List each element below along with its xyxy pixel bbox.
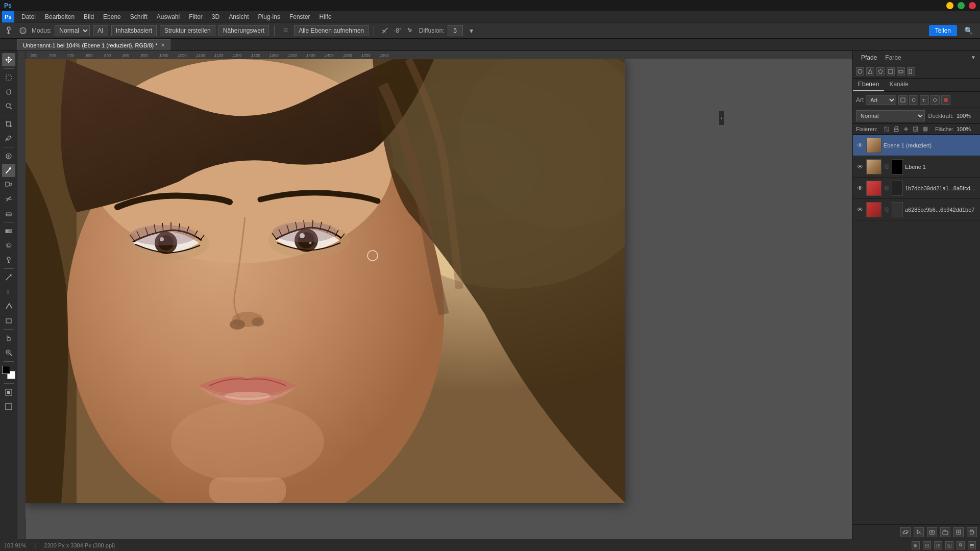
statusbar-icon-6[interactable]: ⬒ — [968, 541, 976, 549]
eraser-tool[interactable] — [2, 207, 15, 220]
document-tab[interactable]: Unbenannt-1 bei 104% (Ebene 1 (reduziert… — [17, 39, 170, 51]
layer-link-btn[interactable] — [900, 527, 911, 537]
shape-icon-2[interactable] — [866, 67, 874, 76]
text-tool[interactable]: T — [2, 285, 15, 298]
statusbar-icon-5[interactable]: ⧉ — [957, 541, 965, 549]
history-brush-tool[interactable] — [2, 192, 15, 206]
new-group-btn[interactable] — [940, 527, 950, 537]
layer-fx-btn[interactable]: fx — [914, 527, 924, 537]
layer-item[interactable]: 👁 Ebene 1 (reduziert) — [853, 135, 980, 156]
share-button[interactable]: Teilen — [929, 25, 957, 36]
screen-mode-btn[interactable] — [2, 400, 15, 413]
menu-3d[interactable]: 3D — [208, 12, 224, 21]
shape-icon-5[interactable] — [897, 67, 905, 76]
filter-text-btn[interactable]: T — [920, 95, 929, 105]
canvas-content[interactable]: ‹ — [17, 59, 852, 539]
gradient-tool[interactable] — [2, 224, 15, 238]
menu-schrift[interactable]: Schrift — [126, 12, 152, 21]
channels-tab[interactable]: Kanäle — [884, 79, 913, 91]
menu-filter[interactable]: Filter — [185, 12, 207, 21]
shape-tool[interactable] — [2, 314, 15, 327]
shape-icon-4[interactable] — [887, 67, 895, 76]
maximize-button[interactable] — [958, 2, 965, 9]
menu-hilfe[interactable]: Hilfe — [315, 12, 336, 21]
foreground-color-swatch[interactable] — [2, 366, 10, 374]
lock-all-btn[interactable] — [921, 125, 929, 133]
add-mask-btn[interactable] — [927, 527, 937, 537]
mask-mode-btn[interactable] — [2, 386, 15, 399]
menu-bearbeiten[interactable]: Bearbeiten — [41, 12, 79, 21]
menu-ebene[interactable]: Ebene — [99, 12, 125, 21]
panel-collapse-icon[interactable]: ▼ — [971, 55, 976, 60]
layer-item[interactable]: 👁 ⛓ 1b7dbb39dd21a1...8a5fcda93d5e72 — [853, 178, 980, 199]
eyedropper-tool[interactable] — [2, 132, 15, 145]
new-layer-btn[interactable] — [953, 527, 964, 537]
menu-bild[interactable]: Bild — [80, 12, 98, 21]
menu-ansicht[interactable]: Ansicht — [225, 12, 253, 21]
crop-tool[interactable] — [2, 117, 15, 131]
clone-tool[interactable] — [2, 178, 15, 191]
brush-size-icon[interactable] — [17, 25, 29, 36]
alle-ebenen-button[interactable]: Alle Ebenen aufnehmen — [294, 25, 369, 36]
diffusion-input[interactable] — [448, 25, 463, 36]
shape-icon-6[interactable] — [907, 67, 915, 76]
statusbar-icon-4[interactable]: ◱ — [945, 541, 953, 549]
inhaltsbasiert-button[interactable]: Inhaltsbasiert — [111, 25, 157, 36]
shape-icon-3[interactable] — [876, 67, 885, 76]
diffusion-dropdown-icon[interactable]: ▾ — [466, 25, 477, 36]
move-tool[interactable] — [2, 53, 15, 66]
brush-tool[interactable] — [2, 164, 15, 177]
filter-adj-btn[interactable] — [909, 95, 918, 105]
struktur-button[interactable]: Struktur erstellen — [160, 25, 215, 36]
delete-layer-btn[interactable] — [967, 527, 977, 537]
healing-tool[interactable] — [2, 149, 15, 163]
tab-close-icon[interactable]: ✕ — [161, 42, 165, 48]
menu-fenster[interactable]: Fenster — [285, 12, 314, 21]
paths-tab[interactable]: Pfade — [857, 52, 881, 63]
minimize-button[interactable] — [946, 2, 953, 9]
foreground-background-colors[interactable] — [2, 366, 15, 379]
blur-tool[interactable] — [2, 239, 15, 252]
path-select-tool[interactable] — [2, 299, 15, 313]
close-button[interactable] — [969, 2, 976, 9]
lock-transparent-btn[interactable] — [883, 125, 891, 133]
layer-visibility-toggle[interactable]: 👁 — [856, 184, 864, 192]
search-icon[interactable]: 🔍 — [964, 27, 973, 35]
color-tab[interactable]: Farbe — [881, 52, 905, 63]
quick-select-tool[interactable] — [2, 99, 15, 113]
layer-visibility-toggle[interactable]: 👁 — [856, 206, 864, 214]
mode-select[interactable]: Normal — [55, 25, 90, 36]
menu-auswahl[interactable]: Auswahl — [153, 12, 184, 21]
layer-item[interactable]: 👁 ⛓ Ebene 1 — [853, 156, 980, 178]
hand-tool[interactable] — [2, 332, 15, 345]
pen-tool[interactable] — [2, 271, 15, 284]
zoom-tool[interactable] — [2, 346, 15, 359]
lock-image-btn[interactable] — [892, 125, 900, 133]
lasso-tool[interactable] — [2, 85, 15, 98]
lock-position-btn[interactable] — [902, 125, 910, 133]
filter-color-btn[interactable] — [941, 95, 950, 105]
blend-mode-select[interactable]: Normal Multiplizieren Abblenden — [856, 110, 925, 121]
layers-tab[interactable]: Ebenen — [853, 79, 884, 91]
filter-pixel-btn[interactable] — [898, 95, 908, 105]
checkbox-icon[interactable]: ☑ — [280, 25, 291, 36]
layer-visibility-toggle[interactable]: 👁 — [856, 163, 864, 171]
paint-icon[interactable] — [405, 25, 416, 36]
canvas-image[interactable] — [26, 59, 625, 503]
menu-plugins[interactable]: Plug-ins — [254, 12, 284, 21]
panel-collapse-button[interactable]: ‹ — [719, 110, 725, 126]
shape-icon-1[interactable] — [856, 67, 864, 76]
statusbar-icon-1[interactable]: ⊞ — [912, 541, 920, 549]
lock-artboard-btn[interactable] — [912, 125, 920, 133]
statusbar-icon-2[interactable]: ◰ — [923, 541, 931, 549]
layer-item[interactable]: 👁 ⛓ a6285cc9b6...6b942dd1be7 — [853, 199, 980, 220]
layer-visibility-toggle[interactable]: 👁 — [856, 141, 864, 149]
dodge-tool[interactable] — [2, 253, 15, 266]
marquee-tool[interactable] — [2, 71, 15, 84]
filter-smart-btn[interactable] — [930, 95, 940, 105]
ai-button[interactable]: AI — [93, 25, 108, 36]
filter-select[interactable]: Art Typ Name — [866, 95, 896, 105]
brush-tool-icon[interactable] — [3, 25, 14, 36]
naherung-button[interactable]: Näherungswert — [218, 25, 269, 36]
menu-datei[interactable]: Datei — [17, 12, 40, 21]
